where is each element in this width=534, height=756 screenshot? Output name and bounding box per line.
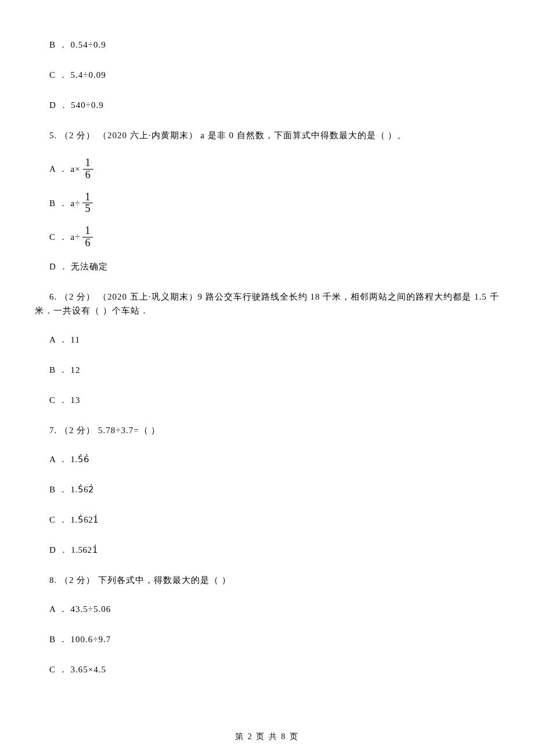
q8-option-c: C ． 3.65×4.5: [49, 663, 499, 676]
fraction-numerator: 1: [83, 157, 93, 170]
q5-option-a-prefix: A ． a×: [49, 162, 81, 176]
q5-option-b-prefix: B ． a÷: [49, 196, 80, 210]
q8-stem: 8. （2 分） 下列各式中，得数最大的是（ ）: [49, 573, 499, 587]
q6-stem: 6. （2 分） （2020 五上·巩义期末）9 路公交车行驶路线全长约 18 …: [35, 290, 499, 318]
q7-option-d: D ． 1.5621̇: [49, 543, 499, 557]
q7-option-d-prefix: D ．: [49, 545, 71, 555]
recurring-decimal-icon: 1.5̇6̇: [71, 455, 90, 464]
q6-option-a: A ． 11: [49, 333, 499, 347]
q7-option-b-prefix: B ．: [49, 485, 71, 494]
q4-option-b: B ． 0.54÷0.9: [49, 38, 499, 52]
q8-option-a: A ． 43.5÷5.06: [49, 602, 499, 616]
q5-stem: 5. （2 分） （2020 六上·内黄期末） a 是非 0 自然数，下面算式中…: [49, 128, 499, 142]
q7-option-a-prefix: A ．: [49, 455, 71, 464]
q4-option-c: C ． 5.4÷0.09: [49, 68, 499, 82]
q6-stem-line1: 6. （2 分） （2020 五上·巩义期末）9 路公交车行驶路线全长约 18 …: [49, 290, 499, 304]
q7-stem: 7. （2 分） 5.78÷3.7=（ ）: [49, 423, 499, 437]
fraction-numerator: 1: [82, 192, 93, 204]
page-footer: 第 2 页 共 8 页: [0, 730, 534, 743]
fraction-denominator: 6: [83, 170, 93, 181]
fraction-numerator: 1: [82, 225, 93, 237]
q5-option-b: B ． a÷ 1 5: [49, 192, 499, 215]
q5-option-d: D ． 无法确定: [49, 260, 499, 273]
q6-stem-line2: 米．一共设有（ ）个车站．: [35, 304, 499, 318]
fraction-icon: 1 6: [82, 225, 93, 249]
recurring-decimal-icon: 1.5621̇: [71, 545, 98, 555]
q4-option-d: D ． 540÷0.9: [49, 98, 499, 112]
q5-option-c: C ． a÷ 1 6: [49, 225, 499, 249]
fraction-denominator: 5: [82, 203, 93, 215]
fraction-denominator: 6: [82, 237, 93, 249]
recurring-decimal-icon: 1.5̇621̇: [71, 515, 99, 524]
q8-option-b: B ． 100.6÷9.7: [49, 632, 499, 646]
fraction-icon: 1 5: [82, 192, 93, 215]
q7-option-c: C ． 1.5̇621̇: [49, 513, 499, 527]
recurring-decimal-icon: 1.5̇62̇: [71, 485, 95, 494]
q5-option-c-prefix: C ． a÷: [49, 230, 80, 244]
q6-option-b: B ． 12: [49, 363, 499, 377]
q7-option-c-prefix: C ．: [49, 515, 71, 524]
q6-option-c: C ． 13: [49, 393, 499, 407]
fraction-icon: 1 6: [83, 157, 93, 181]
q7-option-b: B ． 1.5̇62̇: [49, 483, 499, 496]
q5-option-a: A ． a× 1 6: [49, 157, 499, 181]
q7-option-a: A ． 1.5̇6̇: [49, 452, 499, 466]
